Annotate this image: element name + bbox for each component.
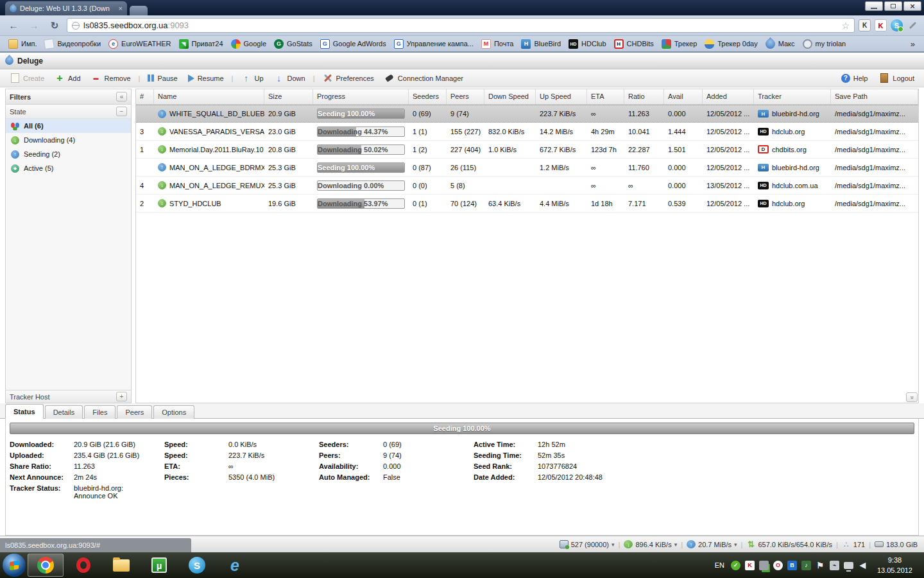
column-header-ratio[interactable]: Ratio	[624, 89, 664, 104]
kaspersky-tray-icon[interactable]	[745, 561, 755, 570]
column-header-added[interactable]: Added	[703, 89, 754, 104]
forward-icon[interactable]: →	[26, 19, 42, 33]
player-tray-icon[interactable]	[801, 561, 811, 570]
torrent-row[interactable]: 2STYD_HDCLUB19.6 GiBDownloading 53.97%0 …	[136, 195, 918, 213]
wrench-menu-icon[interactable]	[907, 19, 919, 31]
bookmark-euroweather[interactable]: EuroWEATHER	[105, 38, 174, 50]
taskbar-app-opera[interactable]	[65, 554, 101, 577]
column-header-save-path[interactable]: Save Path	[831, 89, 918, 104]
usb-tray-icon[interactable]	[759, 561, 769, 570]
resume-button[interactable]: Resume	[184, 73, 228, 84]
torrent-row[interactable]: 4MAN_ON_A_LEDGE_REMUX25.3 GiBDownloading…	[136, 177, 918, 195]
dropdown-arrow-icon[interactable]: ▾	[612, 541, 615, 548]
language-indicator[interactable]: EN	[715, 561, 724, 569]
minimize-button[interactable]	[865, 1, 883, 11]
bookmark-hdclub[interactable]: HDClub	[565, 38, 610, 50]
bookmark-макс[interactable]: Макс	[762, 38, 798, 50]
filter-seeding-2[interactable]: Seeding (2)	[6, 147, 131, 161]
column-header-item[interactable]: #	[136, 89, 154, 104]
panel-collapse-icon[interactable]: »	[906, 392, 918, 402]
tracker-host-group[interactable]: Tracker Host +	[6, 390, 131, 403]
kaspersky-extension-icon[interactable]: K	[875, 19, 887, 31]
keyboard-extension-icon[interactable]: K	[859, 19, 871, 31]
statusbar-down[interactable]: 896.4 KiB/s▾	[624, 540, 677, 548]
torrent-row[interactable]: 3VANESSA_PARADIS_VERSA23.0 GiBDownloadin…	[136, 123, 918, 141]
column-header-up-speed[interactable]: Up Speed	[536, 89, 587, 104]
bookmark-star-icon[interactable]: ☆	[841, 21, 850, 31]
taskbar-app-utorrent[interactable]	[141, 554, 177, 577]
tab-options[interactable]: Options	[153, 405, 194, 419]
close-button[interactable]	[903, 1, 921, 11]
dropdown-arrow-icon[interactable]: ▾	[674, 541, 678, 548]
start-button[interactable]	[3, 554, 26, 577]
column-header-tracker[interactable]: Tracker	[754, 89, 831, 104]
browser-tab[interactable]: Deluge: Web UI 1.3.3 (Down ×	[5, 1, 127, 15]
column-header-down-speed[interactable]: Down Speed	[484, 89, 536, 104]
logout-button[interactable]: Logout	[875, 72, 919, 85]
statusbar-up[interactable]: 20.7 MiB/s▾	[687, 540, 737, 548]
bookmark-трекер-0day[interactable]: Трекер 0day	[701, 38, 760, 50]
taskbar-app-explorer[interactable]	[103, 554, 139, 577]
filters-state-group[interactable]: State −	[6, 105, 131, 119]
column-header-name[interactable]: Name	[154, 89, 264, 104]
flag-tray-icon[interactable]	[816, 561, 825, 570]
bookmark-приват24[interactable]: Приват24	[176, 38, 227, 50]
bookmark-bluebird[interactable]: BlueBird	[518, 38, 564, 50]
bookmark-my-triolan[interactable]: my triolan	[800, 38, 850, 50]
bookmark-почта[interactable]: Почта	[478, 38, 517, 50]
bookmark-трекер[interactable]: Трекер	[658, 38, 701, 50]
column-header-avail[interactable]: Avail	[664, 89, 703, 104]
dropdown-arrow-icon[interactable]: ▾	[734, 541, 737, 548]
connection-manager-button[interactable]: Connection Manager	[380, 72, 468, 85]
filter-all-6[interactable]: All (6)	[6, 119, 131, 133]
bookmark-видеопробки[interactable]: Видеопробки	[41, 38, 104, 50]
new-tab-button[interactable]	[130, 6, 148, 15]
remove-button[interactable]: Remove	[87, 72, 135, 85]
up-button[interactable]: Up	[236, 72, 268, 85]
tab-peers[interactable]: Peers	[117, 405, 152, 419]
bookmark-управление-кампа[interactable]: Управление кампа...	[391, 38, 477, 50]
taskbar-app-skype[interactable]	[179, 554, 215, 577]
bookmark-google[interactable]: Google	[228, 38, 270, 50]
reload-icon[interactable]: ↻	[46, 19, 63, 33]
column-header-progress[interactable]: Progress	[313, 89, 409, 104]
filters-collapse-icon[interactable]: «	[116, 92, 127, 101]
bookmark-имп[interactable]: Имп.	[5, 38, 40, 50]
tab-close-icon[interactable]: ×	[119, 4, 123, 12]
tab-status[interactable]: Status	[5, 404, 44, 419]
filter-downloading-4[interactable]: Downloading (4)	[6, 133, 131, 147]
back-icon[interactable]: ←	[5, 19, 22, 33]
help-button[interactable]: Help	[837, 72, 873, 85]
opera-tray-icon[interactable]	[773, 561, 783, 570]
network-tray-icon[interactable]	[844, 562, 853, 569]
down-button[interactable]: Down	[270, 72, 310, 85]
column-header-seeders[interactable]: Seeders	[409, 89, 447, 104]
tab-details[interactable]: Details	[45, 405, 83, 419]
torrent-row[interactable]: 1Memorial.Day.2011.BluRay.1020.8 GiBDown…	[136, 141, 918, 159]
torrent-row[interactable]: MAN_ON_A_LEDGE_BDRMX25.3 GiBSeeding 100.…	[136, 159, 918, 177]
skype-extension-icon[interactable]: S	[891, 19, 903, 31]
state-collapse-icon[interactable]: −	[116, 107, 127, 116]
taskbar-clock[interactable]: 9:38 13.05.2012	[872, 555, 918, 576]
preferences-button[interactable]: Preferences	[318, 72, 379, 85]
bookmark-google-adwords[interactable]: Google AdWords	[317, 38, 389, 50]
column-header-size[interactable]: Size	[264, 89, 313, 104]
bookmark-chdbits[interactable]: CHDBits	[611, 38, 657, 50]
power-tray-icon[interactable]	[830, 561, 839, 570]
tracker-host-expand-icon[interactable]: +	[116, 392, 127, 401]
column-header-eta[interactable]: ETA	[587, 89, 624, 104]
volume-tray-icon[interactable]	[858, 561, 868, 570]
add-button[interactable]: Add	[50, 72, 85, 85]
pause-button[interactable]: Pause	[143, 73, 182, 84]
bookmark-gostats[interactable]: GoStats	[271, 38, 316, 50]
maximize-button[interactable]	[884, 1, 902, 11]
filter-active-5[interactable]: Active (5)	[6, 161, 131, 175]
taskbar-app-chrome[interactable]	[28, 554, 64, 577]
bluetooth-tray-icon[interactable]	[787, 561, 797, 570]
check-tray-icon[interactable]	[731, 561, 740, 570]
bookmarks-overflow-chevron[interactable]: »	[907, 39, 919, 49]
statusbar-connections[interactable]: 527 (90000)▾	[560, 540, 615, 548]
column-header-peers[interactable]: Peers	[447, 89, 484, 104]
taskbar-app-ie[interactable]	[217, 554, 253, 577]
address-bar[interactable]: ls0835.seedbox.org.ua :9093 ☆	[67, 18, 855, 33]
